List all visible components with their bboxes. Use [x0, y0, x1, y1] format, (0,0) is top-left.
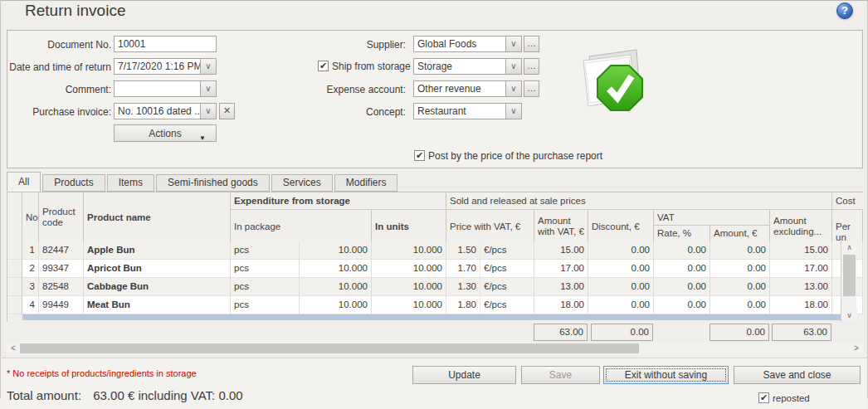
cell-discount[interactable]: 0.00 [588, 278, 654, 296]
cell-code[interactable]: 82548 [39, 278, 84, 296]
cell-name[interactable]: Cabbage Bun [84, 278, 231, 296]
cell-package-unit[interactable]: pcs [231, 278, 300, 296]
cell-package-unit[interactable]: pcs [231, 260, 300, 278]
document-no-input[interactable]: 10001 [114, 36, 217, 52]
tab-items[interactable]: Items [107, 174, 154, 192]
cell-price-unit[interactable]: €/pcs [480, 260, 534, 278]
storage-browse-button[interactable]: … [524, 58, 539, 75]
cell-vat-amount[interactable]: 0.00 [710, 241, 770, 260]
update-button[interactable]: Update [412, 366, 516, 384]
chevron-down-icon[interactable]: ∨ [200, 81, 216, 96]
cell-units[interactable]: 10.000 [372, 260, 446, 278]
chevron-down-icon[interactable]: ∨ [505, 104, 521, 119]
comment-value[interactable] [115, 81, 200, 96]
tab-services[interactable]: Services [271, 174, 333, 192]
cell-discount[interactable]: 0.00 [588, 296, 654, 314]
table-row[interactable]: 1 82447 Apple Bun pcs 10.000 10.000 1.50… [7, 241, 863, 260]
reposted-checkbox[interactable]: ✔ [758, 392, 769, 403]
cell-package-qty[interactable]: 10.000 [300, 241, 372, 260]
supplier-value[interactable]: Global Foods [414, 37, 505, 51]
cell-amount-excluding[interactable]: 17.00 [770, 260, 832, 278]
cell-code[interactable]: 82447 [39, 241, 84, 260]
scrollbar-thumb[interactable] [20, 343, 639, 353]
cell-amount-with-vat[interactable]: 17.00 [534, 260, 588, 278]
ship-from-storage-checkbox[interactable]: ✔ [318, 61, 329, 71]
scroll-up-icon[interactable]: ∧ [841, 241, 857, 254]
expense-account-value[interactable]: Other revenue [414, 81, 505, 96]
col-vat-amount[interactable]: Amount, € [710, 226, 770, 241]
cell-amount-excluding[interactable]: 15.00 [770, 241, 832, 260]
cell-price[interactable]: 1.50 [446, 241, 480, 260]
cell-package-qty[interactable]: 10.000 [300, 296, 372, 314]
cell-package-unit[interactable]: pcs [231, 296, 300, 314]
cell-code[interactable]: 99449 [39, 296, 84, 314]
chevron-down-icon[interactable]: ∨ [505, 59, 521, 74]
purchase-invoice-combobox[interactable]: No. 10016 dated ... ∨ [114, 103, 217, 119]
help-icon[interactable]: ? [836, 2, 853, 19]
actions-button[interactable]: Actions ▼ [114, 124, 217, 142]
cell-name[interactable]: Apple Bun [84, 241, 231, 260]
cell-price-unit[interactable]: €/pcs [480, 241, 534, 260]
scroll-down-icon[interactable]: ∨ [841, 309, 857, 322]
col-vat-rate[interactable]: Rate, % [654, 226, 710, 241]
cell-units[interactable]: 10.000 [372, 296, 446, 314]
expense-account-combobox[interactable]: Other revenue ∨ [413, 80, 522, 97]
cell-amount-excluding[interactable]: 13.00 [770, 278, 832, 296]
cell-package-qty[interactable]: 10.000 [300, 278, 372, 296]
supplier-browse-button[interactable]: … [524, 36, 539, 52]
cell-vat-rate[interactable]: 0.00 [654, 296, 710, 314]
cell-price[interactable]: 1.30 [446, 278, 480, 296]
chevron-down-icon[interactable]: ∨ [200, 104, 216, 119]
storage-value[interactable]: Storage [414, 59, 505, 74]
table-row[interactable]: 4 99449 Meat Bun pcs 10.000 10.000 1.80 … [7, 296, 863, 314]
post-by-price-checkbox[interactable]: ✔ [414, 150, 425, 161]
comment-combobox[interactable]: ∨ [114, 80, 217, 97]
exit-without-saving-button[interactable]: Exit without saving [603, 366, 729, 384]
col-per-unit[interactable]: Per un [832, 210, 863, 241]
col-amount-excluding[interactable]: Amount excluding... [770, 210, 832, 241]
vertical-scrollbar[interactable]: ∧ ∨ [841, 241, 856, 322]
table-row[interactable]: 2 99347 Apricot Bun pcs 10.000 10.000 1.… [7, 260, 863, 278]
cell-discount[interactable]: 0.00 [588, 241, 654, 260]
chevron-down-icon[interactable]: ∨ [200, 59, 216, 74]
cell-vat-rate[interactable]: 0.00 [654, 260, 710, 278]
col-price-with-vat[interactable]: Price with VAT, € [446, 210, 534, 241]
expense-account-browse-button[interactable]: … [524, 80, 539, 97]
tab-all[interactable]: All [7, 172, 41, 192]
cell-price-unit[interactable]: €/pcs [480, 278, 534, 296]
cell-vat-amount[interactable]: 0.00 [710, 296, 770, 314]
save-and-close-button[interactable]: Save and close [734, 366, 861, 384]
purchase-invoice-value[interactable]: No. 10016 dated ... [115, 104, 200, 119]
cell-units[interactable]: 10.000 [372, 241, 446, 260]
scroll-left-icon[interactable]: < [7, 343, 20, 354]
table-row[interactable]: 3 82548 Cabbage Bun pcs 10.000 10.000 1.… [7, 278, 863, 296]
cell-discount[interactable]: 0.00 [588, 260, 654, 278]
cell-package-unit[interactable]: pcs [231, 241, 300, 260]
return-datetime-value[interactable]: 7/17/2020 1:16 PM [115, 59, 200, 74]
scrollbar-thumb[interactable] [843, 255, 856, 296]
storage-combobox[interactable]: Storage ∨ [413, 58, 522, 75]
col-product-name[interactable]: Product name [84, 192, 231, 241]
horizontal-scrollbar[interactable]: < > [7, 343, 863, 354]
col-amount-with-vat[interactable]: Amount with VAT, € [534, 210, 588, 241]
col-no[interactable]: No. [22, 192, 39, 241]
cell-amount-with-vat[interactable]: 13.00 [534, 278, 588, 296]
concept-value[interactable]: Restaurant [414, 104, 505, 119]
cell-amount-with-vat[interactable]: 18.00 [534, 296, 588, 314]
cell-vat-amount[interactable]: 0.00 [710, 278, 770, 296]
col-in-package[interactable]: In package [231, 210, 372, 241]
cell-vat-amount[interactable]: 0.00 [710, 260, 770, 278]
cell-name[interactable]: Apricot Bun [84, 260, 231, 278]
concept-combobox[interactable]: Restaurant ∨ [413, 103, 522, 119]
cell-units[interactable]: 10.000 [372, 278, 446, 296]
cell-price-unit[interactable]: €/pcs [480, 296, 534, 314]
cell-amount-excluding[interactable]: 18.00 [770, 296, 832, 314]
col-product-code[interactable]: Product code [39, 192, 84, 241]
supplier-combobox[interactable]: Global Foods ∨ [413, 36, 522, 52]
cell-package-qty[interactable]: 10.000 [300, 260, 372, 278]
cell-vat-rate[interactable]: 0.00 [654, 241, 710, 260]
scroll-right-icon[interactable]: > [850, 343, 863, 354]
cell-amount-with-vat[interactable]: 15.00 [534, 241, 588, 260]
tab-products[interactable]: Products [42, 174, 105, 192]
cell-price[interactable]: 1.80 [446, 296, 480, 314]
